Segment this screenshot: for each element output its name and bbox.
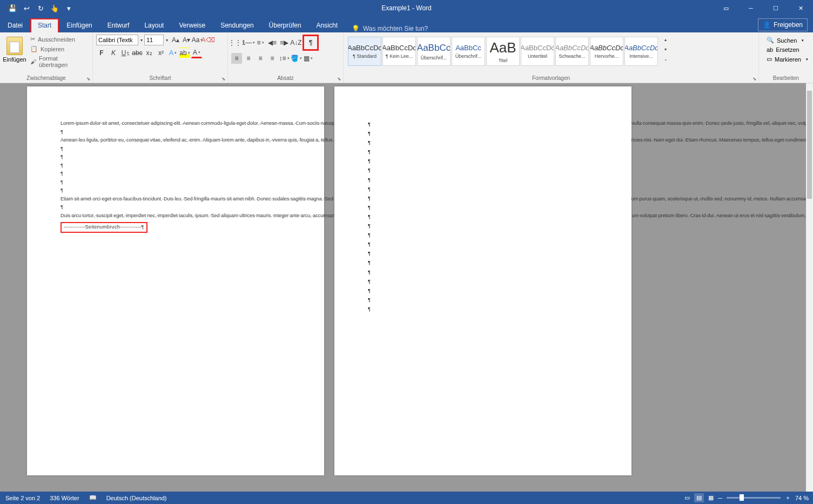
tab-einfugen[interactable]: Einfügen xyxy=(59,18,99,32)
bullets-icon[interactable]: ⋮⋮ xyxy=(231,37,242,48)
clipboard-launcher[interactable]: ⬊ xyxy=(86,76,91,82)
qat-customize-icon[interactable]: ▾ xyxy=(64,4,73,12)
ribbon: Einfügen ✂Ausschneiden 📋Kopieren 🖌Format… xyxy=(0,32,813,83)
redo-icon[interactable]: ↻ xyxy=(36,4,45,12)
justify-icon[interactable]: ≡ xyxy=(267,53,278,64)
italic-button[interactable]: K xyxy=(108,48,119,58)
zoom-out-icon[interactable]: ─ xyxy=(718,495,722,501)
font-name-input[interactable] xyxy=(96,35,138,45)
strikethrough-button[interactable]: abc xyxy=(132,48,143,58)
style-keinlee[interactable]: AaBbCcDc¶ Kein Lee... xyxy=(382,37,416,66)
read-mode-icon[interactable]: ▭ xyxy=(684,494,690,501)
align-center-icon[interactable]: ≡ xyxy=(243,53,254,64)
paragraph-mark: ¶ xyxy=(368,147,598,157)
bold-button[interactable]: F xyxy=(96,48,107,58)
show-hide-marks-button[interactable]: ¶ xyxy=(303,35,319,51)
style-untertitel[interactable]: AaBbCcDcUntertitel xyxy=(521,37,554,66)
editing-group-label: Bearbeiten xyxy=(759,74,813,83)
line-spacing-icon[interactable]: ↕≡ xyxy=(279,53,290,64)
style-berschrif[interactable]: AaBbCcÜberschrif... xyxy=(452,37,485,66)
close-button[interactable]: ✕ xyxy=(788,0,813,16)
tab-layout[interactable]: Layout xyxy=(137,18,171,32)
tab-uberprufen[interactable]: Überprüfen xyxy=(261,18,309,32)
document-area[interactable]: Lorem·ipsum·dolor·sit·amet,·consectetuer… xyxy=(0,83,806,492)
share-button[interactable]: 👤 Freigeben xyxy=(758,18,808,31)
tab-verweise[interactable]: Verweise xyxy=(171,18,213,32)
paragraph-group-label: Absatz xyxy=(228,74,343,83)
underline-button[interactable]: U xyxy=(120,48,131,58)
numbering-icon[interactable]: 1― xyxy=(243,37,254,48)
paragraph-mark: ¶ xyxy=(368,166,598,175)
word-count[interactable]: 336 Wörter xyxy=(50,495,79,501)
align-left-icon[interactable]: ≡ xyxy=(231,53,242,64)
style-titel[interactable]: AaBTitel xyxy=(486,37,520,66)
copy-button[interactable]: 📋Kopieren xyxy=(28,44,89,53)
zoom-level[interactable]: 74 % xyxy=(795,495,809,501)
tab-entwurf[interactable]: Entwurf xyxy=(100,18,137,32)
language-status[interactable]: Deutsch (Deutschland) xyxy=(106,495,167,501)
select-button[interactable]: ▭Markieren▾ xyxy=(765,55,809,64)
replace-button[interactable]: abErsetzen xyxy=(765,45,809,54)
tell-me-search[interactable]: 💡 Was möchten Sie tun? xyxy=(352,25,428,32)
minimize-button[interactable]: ─ xyxy=(738,0,763,16)
styles-launcher[interactable]: ⬊ xyxy=(752,76,757,82)
multilevel-list-icon[interactable]: ≡ xyxy=(255,37,266,48)
paragraph-launcher[interactable]: ⬊ xyxy=(337,76,341,82)
styles-gallery[interactable]: AaBbCcDc¶ StandardAaBbCcDc¶ Kein Lee...A… xyxy=(347,35,659,68)
maximize-button[interactable]: ☐ xyxy=(763,0,788,16)
paste-button[interactable]: Einfügen xyxy=(3,35,26,63)
style-berschrif[interactable]: AaBbCcÜberschrif... xyxy=(417,37,451,66)
styles-scroll-up-icon[interactable]: ▴ xyxy=(660,35,671,44)
web-layout-icon[interactable]: ▦ xyxy=(708,494,714,501)
borders-icon[interactable]: ▦ xyxy=(303,53,313,64)
tab-sendungen[interactable]: Sendungen xyxy=(213,18,261,32)
zoom-in-icon[interactable]: ＋ xyxy=(785,494,791,502)
font-launcher[interactable]: ⬊ xyxy=(221,76,226,82)
spell-check-icon[interactable]: 📖 xyxy=(89,494,97,501)
paragraph-mark: ¶ xyxy=(368,249,598,258)
style-schwache[interactable]: AaBbCcDcSchwache... xyxy=(555,37,589,66)
ribbon-display-icon[interactable]: ▭ xyxy=(714,0,738,16)
paragraph-mark: ¶ xyxy=(368,240,598,249)
page-1[interactable]: Lorem·ipsum·dolor·sit·amet,·consectetuer… xyxy=(27,86,324,475)
replace-label: Ersetzen xyxy=(776,46,799,53)
superscript-button[interactable]: x² xyxy=(156,48,166,58)
paragraph-mark: ¶ xyxy=(61,179,291,186)
cut-button[interactable]: ✂Ausschneiden xyxy=(28,35,89,44)
decrease-indent-icon[interactable]: ◀≡ xyxy=(267,37,278,48)
tab-start[interactable]: Start xyxy=(30,18,59,32)
align-right-icon[interactable]: ≡ xyxy=(255,53,266,64)
style-intensive[interactable]: AaBbCcDcIntensive... xyxy=(624,37,658,66)
paragraph-mark: ¶ xyxy=(368,268,598,277)
format-painter-button[interactable]: 🖌Format übertragen xyxy=(28,54,89,69)
cut-label: Ausschneiden xyxy=(38,36,75,43)
highlight-icon[interactable]: ab xyxy=(179,48,190,58)
clear-formatting-icon[interactable]: A⌫ xyxy=(203,35,213,45)
subscript-button[interactable]: x₂ xyxy=(144,48,154,58)
find-button[interactable]: 🔍Suchen▾ xyxy=(765,36,809,45)
page-count[interactable]: Seite 2 von 2 xyxy=(5,495,40,501)
decrease-font-icon[interactable]: A▾ xyxy=(181,35,192,45)
styles-more-icon[interactable]: ⌄ xyxy=(660,54,671,64)
save-icon[interactable]: 💾 xyxy=(8,4,17,12)
styles-scroll-down-icon[interactable]: ▾ xyxy=(660,44,671,54)
touch-mode-icon[interactable]: 👆 xyxy=(50,4,59,12)
page-2[interactable]: ¶¶¶¶¶¶¶¶¶¶¶¶¶¶¶¶¶¶¶¶¶ xyxy=(334,86,631,475)
vertical-scrollbar[interactable] xyxy=(806,83,813,492)
increase-font-icon[interactable]: A▴ xyxy=(170,35,181,45)
scroll-thumb[interactable] xyxy=(807,91,812,199)
style-standard[interactable]: AaBbCcDc¶ Standard xyxy=(348,37,381,66)
print-layout-icon[interactable]: ▤ xyxy=(694,493,704,502)
undo-icon[interactable]: ↩ xyxy=(22,4,31,12)
font-size-dropdown-icon[interactable]: ▾ xyxy=(164,35,170,45)
font-size-input[interactable] xyxy=(144,35,164,45)
font-color-icon[interactable]: A xyxy=(191,48,202,58)
sort-icon[interactable]: A↓Z xyxy=(291,37,301,48)
zoom-slider[interactable] xyxy=(727,497,781,499)
increase-indent-icon[interactable]: ≡▶ xyxy=(279,37,290,48)
text-effects-icon[interactable]: A xyxy=(167,48,178,58)
shading-icon[interactable]: 🪣 xyxy=(291,53,301,64)
tab-datei[interactable]: Datei xyxy=(0,18,30,32)
tab-ansicht[interactable]: Ansicht xyxy=(309,18,345,32)
style-hervorhe[interactable]: AaBbCcDcHervorhe... xyxy=(590,37,623,66)
